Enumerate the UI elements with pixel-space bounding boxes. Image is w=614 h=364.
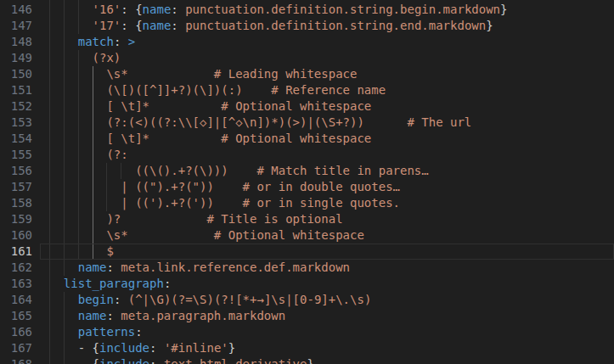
line-content: patterns: (49, 324, 143, 340)
code-token: } (228, 341, 235, 355)
line-number[interactable]: 147 (0, 18, 32, 34)
indent-guide (49, 227, 50, 244)
code-token: (?: (49, 148, 128, 161)
code-token: punctuation.definition.string.end.markdo… (185, 19, 486, 32)
line-number[interactable]: 160 (0, 227, 32, 244)
code-token: patterns (78, 325, 135, 339)
code-token: { (93, 341, 99, 355)
line-number[interactable]: 146 (0, 2, 32, 18)
line-content: - {include: text.html.derivative} (49, 356, 314, 364)
indent-guide (49, 292, 50, 308)
code-token: list_paragraph (64, 277, 164, 290)
line-number[interactable]: 163 (0, 276, 32, 292)
indent-guide (78, 244, 79, 260)
code-line[interactable]: 153 (?:(<)((?:\\[◇]|[^◇\n])*)(>)|(\S+?))… (0, 115, 614, 131)
indent-guide (64, 98, 65, 115)
code-line[interactable]: 148 match: > (0, 34, 614, 50)
code-token: $ (49, 244, 114, 258)
code-token: : (171, 3, 185, 16)
code-line[interactable]: 168 - {include: text.html.derivative} (0, 356, 614, 364)
indent-guide (78, 66, 79, 82)
code-line[interactable]: 151 (\[)([^]]+?)(\])(:) # Reference name (0, 82, 614, 98)
code-line[interactable]: 152 [ \t]* # Optional whitespace (0, 98, 614, 115)
line-number[interactable]: 166 (0, 324, 32, 340)
line-content: list_paragraph: (49, 276, 171, 292)
indent-guide (49, 147, 50, 163)
indent-guide (49, 98, 50, 115)
code-line[interactable]: 146 '16': {name: punctuation.definition.… (0, 2, 614, 18)
code-token (49, 277, 64, 290)
line-number[interactable]: 150 (0, 66, 32, 82)
indent-guide (106, 163, 107, 179)
indent-guide (64, 34, 65, 50)
indent-guide (49, 115, 50, 131)
indent-guide (49, 50, 50, 66)
code-line[interactable]: 149 (?x) (0, 50, 614, 66)
code-token: : (164, 277, 171, 290)
code-token: '#inline' (164, 341, 228, 355)
indent-guide (106, 195, 107, 211)
code-token: meta.link.reference.def.markdown (121, 260, 350, 274)
code-token: (^|\G)(?=\S)(?![*+→]\s|[0-9]+\.\s) (128, 293, 372, 306)
code-line[interactable]: 167 - {include: '#inline'} (0, 340, 614, 356)
code-token: { (135, 19, 142, 32)
line-number[interactable]: 148 (0, 34, 32, 50)
line-content: | ((').+?(')) # or in single quotes. (49, 195, 400, 211)
indent-guide (64, 115, 65, 131)
line-number[interactable]: 149 (0, 50, 32, 66)
line-number[interactable]: 167 (0, 340, 32, 356)
line-content: (?:(<)((?:\\[◇]|[^◇\n])*)(>)|(\S+?)) # T… (49, 115, 471, 131)
code-line[interactable]: 165 name: meta.paragraph.markdown (0, 308, 614, 324)
code-line[interactable]: 161 $ (0, 244, 614, 260)
line-content: '16': {name: punctuation.definition.stri… (49, 2, 507, 18)
indent-guide (78, 163, 79, 179)
line-content: (?x) (49, 50, 121, 66)
line-number[interactable]: 164 (0, 292, 32, 308)
line-number[interactable]: 152 (0, 98, 32, 115)
indent-guide (64, 147, 65, 163)
code-token: include (99, 357, 149, 364)
code-token: name (143, 3, 172, 16)
code-line[interactable]: 159 )? # Title is optional (0, 211, 614, 227)
code-token: | ((").+?(")) # or in double quotes… (49, 180, 400, 193)
line-number[interactable]: 168 (0, 356, 32, 364)
indent-guide (78, 18, 79, 34)
code-token: [ \t]* # Optional whitespace (49, 99, 371, 113)
code-line[interactable]: 150 \s* # Leading whitespace (0, 66, 614, 82)
code-line[interactable]: 162 name: meta.link.reference.def.markdo… (0, 260, 614, 276)
line-number[interactable]: 153 (0, 115, 32, 131)
indent-guide (49, 356, 50, 364)
code-line[interactable]: 166 patterns: (0, 324, 614, 340)
line-content: name: meta.paragraph.markdown (49, 308, 285, 324)
line-number[interactable]: 165 (0, 308, 32, 324)
line-number[interactable]: 161 (0, 244, 32, 260)
indent-guide (64, 2, 65, 18)
code-line[interactable]: 156 ((\().+?(\))) # Match title in paren… (0, 163, 614, 179)
code-line[interactable]: 164 begin: (^|\G)(?=\S)(?![*+→]\s|[0-9]+… (0, 292, 614, 308)
indent-guide (49, 131, 50, 147)
code-token: \s* # Leading whitespace (49, 67, 357, 81)
line-number[interactable]: 158 (0, 195, 32, 211)
code-token: : (149, 357, 164, 364)
indent-guide (49, 211, 50, 227)
line-number[interactable]: 157 (0, 179, 32, 195)
indent-guide (49, 163, 50, 179)
line-content: [ \t]* # Optional whitespace (49, 98, 371, 115)
line-number[interactable]: 155 (0, 147, 32, 163)
code-line[interactable]: 154 [ \t]* # Optional whitespace (0, 131, 614, 147)
line-number[interactable]: 162 (0, 260, 32, 276)
line-number[interactable]: 159 (0, 211, 32, 227)
indent-guide (49, 195, 50, 211)
code-token (49, 19, 93, 32)
code-line[interactable]: 155 (?: (0, 147, 614, 163)
code-line[interactable]: 163 list_paragraph: (0, 276, 614, 292)
code-line[interactable]: 160 \s* # Optional whitespace (0, 227, 614, 244)
code-token: name (78, 309, 107, 322)
line-number[interactable]: 156 (0, 163, 32, 179)
code-lines: 145 '15': {name: string.other.link.descr… (0, 0, 614, 364)
line-number[interactable]: 154 (0, 131, 32, 147)
code-line[interactable]: 147 '17': {name: punctuation.definition.… (0, 18, 614, 34)
code-line[interactable]: 158 | ((').+?(')) # or in single quotes. (0, 195, 614, 211)
code-line[interactable]: 157 | ((").+?(")) # or in double quotes… (0, 179, 614, 195)
line-number[interactable]: 151 (0, 82, 32, 98)
